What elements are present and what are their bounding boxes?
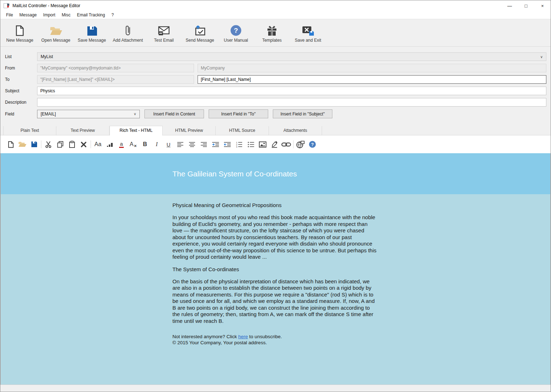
message-paragraph-2: On the basis of the physical interpretat… <box>173 278 379 325</box>
save-exit-icon <box>302 22 314 36</box>
toolbar-separator <box>293 140 294 148</box>
copy-icon[interactable] <box>54 139 66 150</box>
message-form: List MyList ∨ From To Subject Descriptio… <box>0 47 551 126</box>
paste-icon[interactable] <box>66 139 78 150</box>
tab-attachments[interactable]: Attachments <box>269 126 322 135</box>
message-header-band: The Galileian System of Co-ordinates <box>1 153 550 194</box>
open-file-icon[interactable] <box>16 139 28 150</box>
menu-import[interactable]: Import <box>40 11 58 19</box>
templates-button[interactable]: Templates <box>254 22 290 46</box>
to-name-field[interactable] <box>198 75 546 84</box>
align-left-icon[interactable] <box>174 139 186 150</box>
add-attachment-button[interactable]: Add Attachment <box>110 22 146 46</box>
font-size-icon[interactable] <box>104 139 116 150</box>
tab-rich-text-html[interactable]: Rich Text - HTML <box>109 126 163 135</box>
copyright-text: © 2015 Your Company, Your postal address… <box>173 340 379 346</box>
richtext-toolbar: Aa a A✕ B I U 123 <box>0 135 551 153</box>
cut-icon[interactable] <box>42 139 54 150</box>
underline-icon[interactable]: U <box>163 139 174 150</box>
highlight-pencil-icon[interactable] <box>269 139 280 150</box>
list-label: List <box>5 54 37 59</box>
test-email-button[interactable]: Test Email <box>146 22 182 46</box>
field-label: Field <box>5 112 37 117</box>
field-select[interactable]: [EMAIL] ∨ <box>37 110 140 118</box>
svg-text:?: ? <box>234 27 238 34</box>
subject-field[interactable] <box>37 87 546 95</box>
app-window: MailList Controller - Message Editor — □… <box>0 0 551 392</box>
close-button[interactable]: × <box>534 0 551 11</box>
user-manual-button[interactable]: ? User Manual <box>218 22 254 46</box>
from-address-field[interactable] <box>37 64 194 72</box>
test-email-icon <box>158 22 170 36</box>
new-document-icon[interactable] <box>5 139 16 150</box>
menu-file[interactable]: File <box>3 11 16 19</box>
from-name-field[interactable] <box>198 64 546 72</box>
new-message-button[interactable]: New Message <box>2 22 38 46</box>
new-message-icon <box>15 22 24 36</box>
message-footer: Not interested anymore? Click here to un… <box>173 334 379 346</box>
description-label: Description <box>5 100 37 105</box>
main-toolbar: New Message Open Message Save Message Ad… <box>0 19 551 47</box>
save-and-exit-button[interactable]: Save and Exit <box>290 22 326 46</box>
ordered-list-icon[interactable]: 123 <box>233 139 245 150</box>
unordered-list-icon[interactable] <box>245 139 257 150</box>
italic-icon[interactable]: I <box>151 139 163 150</box>
from-label: From <box>5 66 37 71</box>
editor-help-icon[interactable]: ? <box>306 139 318 150</box>
insert-link-icon[interactable] <box>280 139 292 150</box>
tab-html-source[interactable]: HTML Source <box>216 126 269 135</box>
message-body-band: Physical Meaning of Geometrical Proposit… <box>1 194 550 385</box>
message-title: The Galileian System of Co-ordinates <box>173 170 379 178</box>
gift-icon <box>267 22 277 36</box>
svg-text:?: ? <box>311 142 314 147</box>
insert-field-subject-button[interactable]: Insert Field in "Subject" <box>273 109 332 118</box>
save-file-icon[interactable] <box>28 139 40 150</box>
subject-label: Subject <box>5 88 37 93</box>
indent-icon[interactable] <box>210 139 221 150</box>
status-bar <box>0 385 551 392</box>
delete-icon[interactable] <box>78 139 90 150</box>
insert-image-icon[interactable] <box>257 139 269 150</box>
align-center-icon[interactable] <box>186 139 198 150</box>
tab-text-preview[interactable]: Text Preview <box>56 126 109 135</box>
send-message-button[interactable]: Send Message <box>182 22 218 46</box>
bold-icon[interactable]: B <box>139 139 151 150</box>
insert-field-to-button[interactable]: Insert Field in "To" <box>209 109 268 118</box>
menu-message[interactable]: Message <box>16 11 40 19</box>
chevron-down-icon: ∨ <box>540 55 543 59</box>
tab-plain-text[interactable]: Plain Text <box>3 126 56 135</box>
title-bar: MailList Controller - Message Editor — □… <box>0 0 551 11</box>
save-message-button[interactable]: Save Message <box>74 22 110 46</box>
insert-field-content-button[interactable]: Insert Field in Content <box>144 109 204 118</box>
maximize-button[interactable]: □ <box>518 0 534 11</box>
clear-formatting-icon[interactable]: A✕ <box>127 139 139 150</box>
menu-email-tracking[interactable]: Email Tracking <box>74 11 108 19</box>
richtext-editing-area[interactable]: The Galileian System of Co-ordinates Phy… <box>0 153 551 385</box>
message-heading-2: The System of Co-ordinates <box>173 266 379 272</box>
font-icon[interactable]: Aa <box>92 139 104 150</box>
toolbar-separator <box>41 140 41 148</box>
menu-bar: File Message Import Misc Email Tracking … <box>0 11 551 19</box>
description-field[interactable] <box>37 98 546 107</box>
tab-html-preview[interactable]: HTML Preview <box>163 126 216 135</box>
menu-misc[interactable]: Misc <box>58 11 74 19</box>
menu-help[interactable]: ? <box>108 11 117 19</box>
unsubscribe-link[interactable]: here <box>238 334 248 339</box>
open-folder-icon <box>50 22 62 36</box>
to-address-field[interactable] <box>37 75 194 84</box>
minimize-button[interactable]: — <box>501 0 518 11</box>
browser-preview-icon[interactable] <box>295 139 306 150</box>
chevron-down-icon: ∨ <box>134 112 136 116</box>
help-circle-icon: ? <box>230 22 241 36</box>
align-right-icon[interactable] <box>198 139 210 150</box>
unsubscribe-suffix: to unsubscribe. <box>248 334 282 339</box>
app-icon <box>4 3 9 9</box>
outdent-icon[interactable] <box>221 139 233 150</box>
to-label: To <box>5 77 37 82</box>
send-message-icon <box>194 22 206 36</box>
font-color-icon[interactable]: a <box>116 139 127 150</box>
open-message-button[interactable]: Open Message <box>38 22 74 46</box>
window-title: MailList Controller - Message Editor <box>12 3 80 8</box>
toolbar-separator <box>91 140 91 148</box>
list-select[interactable]: MyList ∨ <box>37 52 546 61</box>
